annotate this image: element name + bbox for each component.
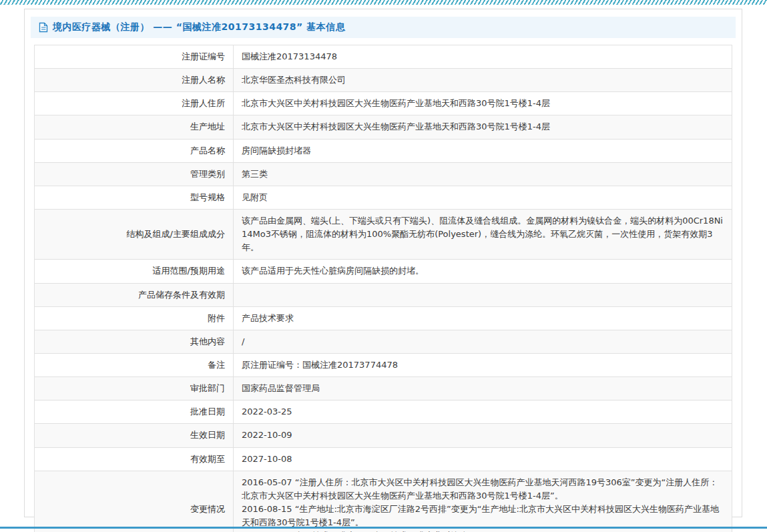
row-value: 国械注准20173134478 xyxy=(234,45,732,69)
row-value: 国家药品监督管理局 xyxy=(234,377,732,401)
row-label: 产品名称 xyxy=(35,139,234,162)
row-value: 北京华医圣杰科技有限公司 xyxy=(234,69,732,92)
row-value: 产品技术要求 xyxy=(234,306,732,330)
row-value: 2022-03-25 xyxy=(234,401,732,424)
row-value: 北京市大兴区中关村科技园区大兴生物医药产业基地天和西路30号院1号楼1-4层 xyxy=(234,115,732,139)
row-value: 房间隔缺损封堵器 xyxy=(234,139,732,162)
row-label: 生产地址 xyxy=(35,115,234,139)
row-label: 注册证编号 xyxy=(35,45,234,69)
table-row: 注册人住所北京市大兴区中关村科技园区大兴生物医药产业基地天和西路30号院1号楼1… xyxy=(35,92,732,115)
page-title: 境内医疗器械（注册） —— “国械注准20173134478” 基本信息 xyxy=(53,21,345,33)
row-label: 结构及组成/主要组成成分 xyxy=(35,209,234,259)
table-row: 型号规格见附页 xyxy=(35,186,732,209)
table-row: 审批部门国家药品监督管理局 xyxy=(35,377,732,401)
row-value: 该产品适用于先天性心脏病房间隔缺损的封堵。 xyxy=(234,260,732,283)
table-row: 产品储存条件及有效期 xyxy=(35,283,732,306)
table-row: 附件产品技术要求 xyxy=(35,306,732,330)
row-value: 北京市大兴区中关村科技园区大兴生物医药产业基地天和西路30号院1号楼1-4层 xyxy=(234,92,732,115)
table-row: 适用范围/预期用途该产品适用于先天性心脏病房间隔缺损的封堵。 xyxy=(35,260,732,283)
row-label: 备注 xyxy=(35,353,234,376)
table-row: 变更情况2016-05-07 “注册人住所：北京市大兴区中关村科技园区大兴生物医… xyxy=(35,471,732,532)
top-decorative-border xyxy=(0,0,767,5)
row-value: 2027-10-08 xyxy=(234,447,732,471)
row-label: 管理类别 xyxy=(35,162,234,186)
row-label: 有效期至 xyxy=(35,447,234,471)
bottom-decorative-border xyxy=(0,527,767,529)
row-value: 见附页 xyxy=(234,186,732,209)
table-row: 生产地址北京市大兴区中关村科技园区大兴生物医药产业基地天和西路30号院1号楼1-… xyxy=(35,115,732,139)
row-label: 产品储存条件及有效期 xyxy=(35,283,234,306)
row-label: 其他内容 xyxy=(35,330,234,353)
row-label: 附件 xyxy=(35,306,234,330)
row-value xyxy=(234,283,732,306)
row-value: 2016-05-07 “注册人住所：北京市大兴区中关村科技园区大兴生物医药产业基… xyxy=(234,471,732,532)
row-value: / xyxy=(234,330,732,353)
row-label: 适用范围/预期用途 xyxy=(35,260,234,283)
row-value: 2022-10-09 xyxy=(234,424,732,447)
document-icon xyxy=(39,22,48,33)
registration-table-body: 注册证编号国械注准20173134478注册人名称北京华医圣杰科技有限公司注册人… xyxy=(35,45,732,532)
table-row: 结构及组成/主要组成成分该产品由金属网、端头(上、下端头或只有下端头)、阻流体及… xyxy=(35,209,732,259)
table-row: 产品名称房间隔缺损封堵器 xyxy=(35,139,732,162)
table-row: 有效期至2027-10-08 xyxy=(35,447,732,471)
table-row: 批准日期2022-03-25 xyxy=(35,401,732,424)
row-label: 批准日期 xyxy=(35,401,234,424)
row-label: 生效日期 xyxy=(35,424,234,447)
table-row: 生效日期2022-10-09 xyxy=(35,424,732,447)
table-row: 注册人名称北京华医圣杰科技有限公司 xyxy=(35,69,732,92)
registration-table: 注册证编号国械注准20173134478注册人名称北京华医圣杰科技有限公司注册人… xyxy=(34,45,732,532)
row-label: 型号规格 xyxy=(35,186,234,209)
table-row: 注册证编号国械注准20173134478 xyxy=(35,45,732,69)
table-row: 其他内容/ xyxy=(35,330,732,353)
page-container: 境内医疗器械（注册） —— “国械注准20173134478” 基本信息 注册证… xyxy=(24,9,742,517)
row-label: 审批部门 xyxy=(35,377,234,401)
row-label: 变更情况 xyxy=(35,471,234,532)
page-title-bar: 境内医疗器械（注册） —— “国械注准20173134478” 基本信息 xyxy=(31,17,736,38)
row-label: 注册人名称 xyxy=(35,69,234,92)
table-row: 管理类别第三类 xyxy=(35,162,732,186)
table-row: 备注原注册证编号：国械注准20173774478 xyxy=(35,353,732,376)
row-label: 注册人住所 xyxy=(35,92,234,115)
row-value: 第三类 xyxy=(234,162,732,186)
row-value: 该产品由金属网、端头(上、下端头或只有下端头)、阻流体及缝合线组成。金属网的材料… xyxy=(234,209,732,259)
row-value: 原注册证编号：国械注准20173774478 xyxy=(234,353,732,376)
